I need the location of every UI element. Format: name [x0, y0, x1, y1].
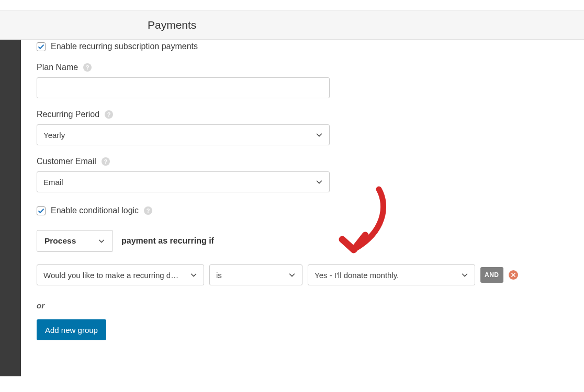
customer-email-select[interactable]: Email [37, 171, 330, 192]
chevron-down-icon [316, 131, 323, 139]
add-new-group-button[interactable]: Add new group [37, 319, 106, 340]
recurring-period-label: Recurring Period [37, 110, 99, 119]
enable-conditional-logic-checkbox[interactable] [37, 206, 46, 215]
condition-field-select[interactable]: Would you like to make a recurring d… [37, 264, 204, 285]
enable-conditional-logic-label: Enable conditional logic [51, 206, 139, 215]
condition-value-select[interactable]: Yes - I'll donate monthly. [308, 264, 475, 285]
logic-action-select[interactable]: Process [37, 230, 113, 252]
logic-sentence: payment as recurring if [121, 236, 214, 246]
enable-recurring-label: Enable recurring subscription payments [51, 42, 198, 51]
enable-recurring-checkbox[interactable] [37, 42, 46, 51]
plan-name-input[interactable] [37, 77, 330, 98]
chevron-down-icon [190, 271, 197, 279]
help-icon[interactable]: ? [102, 157, 110, 166]
remove-condition-button[interactable] [509, 270, 518, 280]
condition-operator-select[interactable]: is [209, 264, 302, 285]
admin-sidebar-edge [0, 40, 21, 376]
plan-name-label: Plan Name [37, 63, 78, 72]
chevron-down-icon [98, 237, 105, 245]
or-separator: or [37, 301, 568, 310]
help-icon[interactable]: ? [144, 206, 152, 215]
chevron-down-icon [461, 271, 468, 279]
add-and-condition-button[interactable]: AND [480, 267, 503, 283]
chevron-down-icon [316, 178, 323, 186]
page-title: Payments [148, 19, 196, 31]
help-icon[interactable]: ? [105, 110, 113, 119]
customer-email-label: Customer Email [37, 157, 96, 166]
page-header: Payments [0, 10, 584, 40]
recurring-period-select[interactable]: Yearly [37, 124, 330, 145]
help-icon[interactable]: ? [83, 63, 92, 72]
chevron-down-icon [288, 271, 296, 279]
